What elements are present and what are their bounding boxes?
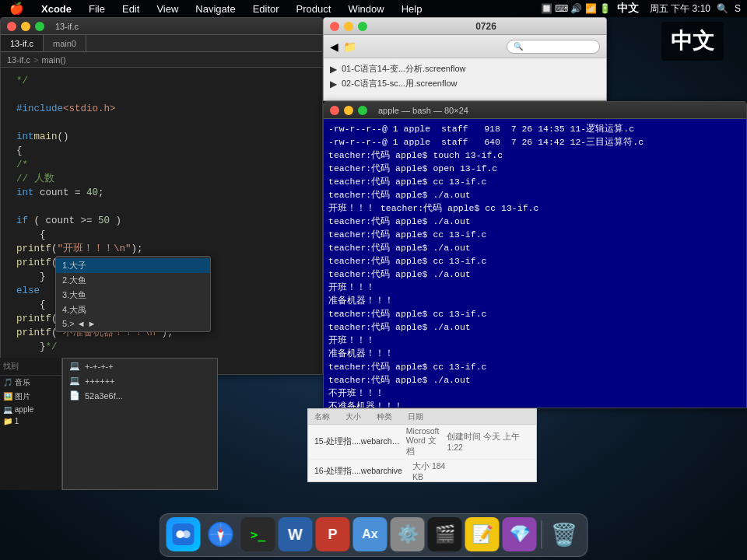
finder-search-box[interactable]: 🔍 — [507, 40, 600, 54]
autocomplete-item-5[interactable]: 5.> ◄ ► — [56, 317, 210, 330]
term-line-19: teacher:代码 apple$ cc 13-if.c — [328, 360, 742, 373]
term-line-2: -rw-r--r--@ 1 apple staff 640 7 26 14:42… — [328, 135, 742, 149]
term-line-14: 准备机器！！！ — [328, 294, 742, 307]
menubar-help[interactable]: Help — [398, 3, 426, 15]
code-line — [16, 200, 316, 214]
maximize-button[interactable] — [35, 22, 44, 31]
finder-filename-1[interactable]: 01-C语言14-变...分析.screenflow — [342, 63, 466, 75]
file-panel: 💻 +-+-+-+ 💻 ++++++ 📄 52a3e6f... — [62, 358, 218, 490]
terminal-close-btn[interactable] — [330, 106, 339, 115]
code-line — [16, 354, 316, 355]
file-panel-item-2[interactable]: 💻 ++++++ — [63, 373, 217, 388]
chinese-display: 中文 — [661, 22, 724, 61]
terminal-max-btn[interactable] — [358, 106, 367, 115]
menubar-file[interactable]: File — [86, 3, 108, 15]
code-line: /* — [16, 158, 316, 172]
menubar-right: 🔲 ⌨ 🔊 📶 🔋 中文 周五 下午 3:10 🔍 S — [541, 2, 741, 16]
menubar-window[interactable]: Window — [345, 3, 387, 15]
term-line-17: 开班！！！ — [328, 334, 742, 347]
menubar-xcode[interactable]: Xcode — [38, 3, 75, 15]
close-button[interactable] — [7, 22, 16, 31]
menubar-edit[interactable]: Edit — [119, 3, 142, 15]
code-line — [16, 88, 316, 102]
menubar-search-icon[interactable]: 🔍 — [717, 3, 728, 14]
col-size: 大小 — [345, 411, 361, 422]
finder-nav-icon[interactable]: 📁 — [343, 40, 356, 53]
file-list-item-1[interactable]: 15-处理指....webarchive Microsoft Word 文档 创… — [308, 425, 536, 460]
terminal-titlebar: apple — bash — 80×24 — [324, 102, 746, 119]
menubar-badge: S — [735, 3, 741, 14]
file-name-1: 15-处理指....webarchive — [314, 436, 402, 447]
menubar-navigate[interactable]: Navigate — [192, 3, 238, 15]
dock-item-settings[interactable]: ⚙️ — [391, 517, 425, 551]
dock-item-word[interactable]: W — [279, 517, 313, 551]
finder-file-icon-2: ▶ — [330, 79, 337, 89]
finder-close-btn[interactable] — [330, 22, 339, 31]
finder-filename-2[interactable]: 02-C语言15-sc...用.screenflow — [342, 78, 458, 89]
minimize-button[interactable] — [21, 22, 30, 31]
dock-item-finder[interactable] — [167, 517, 201, 551]
breadcrumb-file[interactable]: 13-if.c — [7, 55, 30, 65]
file-panel-label-1: +-+-+-+ — [85, 362, 114, 371]
autocomplete-item-3[interactable]: 3.大鱼 — [56, 288, 210, 303]
dock-item-axure[interactable]: Ax — [353, 517, 388, 551]
finder-back-icon[interactable]: ◀ — [330, 40, 338, 53]
code-line: printf("开班！！！\n"); — [16, 242, 316, 256]
file-panel-label-3: 52a3e6f... — [85, 391, 123, 401]
finder-window: 0726 ◀ 📁 🔍 ▶ 01-C语言14-变...分析.screenflow … — [323, 17, 607, 101]
file-list-item-2[interactable]: 16-处理指....webarchive 大小 184 KB — [308, 460, 536, 482]
dock-item-stickies[interactable]: 📝 — [465, 517, 500, 551]
file-panel-item-3[interactable]: 📄 52a3e6f... — [63, 388, 217, 403]
sidebar-item-apple[interactable]: 💻 apple — [0, 404, 61, 415]
term-line-20: teacher:代码 apple$ ./a.out — [328, 373, 742, 387]
tab-13-if[interactable]: 13-if.c — [1, 35, 44, 51]
svg-point-2 — [183, 530, 191, 538]
apple-menu[interactable]: 🍎 — [6, 2, 27, 16]
autocomplete-item-1[interactable]: 1.大子 — [56, 258, 210, 273]
menubar-editor[interactable]: Editor — [250, 3, 282, 15]
menubar-product[interactable]: Product — [293, 3, 335, 15]
dock-separator — [542, 520, 542, 548]
finder-row-2: ▶ 02-C语言15-sc...用.screenflow — [330, 76, 600, 91]
menubar-chinese[interactable]: 中文 — [617, 2, 639, 16]
file-panel-item-1[interactable]: 💻 +-+-+-+ — [63, 359, 217, 373]
code-line — [16, 116, 316, 130]
dock-item-app1[interactable]: 💎 — [503, 517, 537, 551]
file-size-2: 大小 184 KB — [412, 461, 451, 481]
term-line-3: teacher:代码 apple$ touch 13-if.c — [328, 149, 742, 162]
autocomplete-item-4[interactable]: 4.大禹 — [56, 303, 210, 317]
term-line-9: teacher:代码 apple$ cc 13-if.c — [328, 228, 742, 241]
autocomplete-item-2[interactable]: 2.大鱼 — [56, 273, 210, 288]
dock-item-trash[interactable]: 🗑️ — [547, 517, 581, 551]
file-list-header: 名称 大小 种类 日期 — [308, 409, 536, 425]
code-line: */ — [16, 74, 316, 88]
col-date: 日期 — [408, 411, 423, 422]
terminal-min-btn[interactable] — [344, 106, 353, 115]
terminal-content[interactable]: -rw-r--r--@ 1 apple staff 918 7 26 14:35… — [324, 119, 746, 408]
left-sidebar: 找到 🎵 音乐 🖼️ 图片 💻 apple 📁 1 — [0, 358, 62, 490]
menubar-view[interactable]: View — [153, 3, 181, 15]
xcode-breadcrumb: 13-if.c > main() — [1, 52, 322, 68]
term-line-15: teacher:代码 apple$ cc 13-if.c — [328, 307, 742, 320]
dock-item-safari[interactable] — [204, 517, 238, 551]
dock-item-terminal[interactable]: >_ — [241, 517, 275, 551]
dock-item-quicktime[interactable]: 🎬 — [428, 517, 462, 551]
code-editor[interactable]: */ #include <stdio.h> int main() { /* //… — [1, 68, 322, 355]
code-line: { — [16, 144, 316, 158]
dock: >_ W P Ax ⚙️ 🎬 📝 💎 🗑️ — [160, 513, 588, 557]
sidebar-item-photos[interactable]: 🖼️ 图片 — [0, 390, 61, 404]
finder-max-btn[interactable] — [358, 22, 367, 31]
file-panel-icon-2: 💻 — [69, 376, 80, 386]
term-line-4: teacher:代码 apple$ open 13-if.c — [328, 162, 742, 175]
menubar-time: 周五 下午 3:10 — [650, 2, 710, 16]
code-line: }*/ — [16, 340, 316, 354]
dock-item-powerpoint[interactable]: P — [316, 517, 350, 551]
sidebar-item-music[interactable]: 🎵 音乐 — [0, 376, 61, 390]
tab-main0[interactable]: main0 — [44, 35, 86, 51]
term-line-1: -rw-r--r--@ 1 apple staff 918 7 26 14:35… — [328, 122, 742, 135]
sidebar-item-1[interactable]: 📁 1 — [0, 415, 61, 427]
term-line-10: teacher:代码 apple$ ./a.out — [328, 241, 742, 254]
breadcrumb-func[interactable]: main() — [41, 55, 65, 65]
finder-min-btn[interactable] — [344, 22, 353, 31]
menubar-icons: 🔲 ⌨ 🔊 📶 🔋 — [541, 3, 611, 14]
